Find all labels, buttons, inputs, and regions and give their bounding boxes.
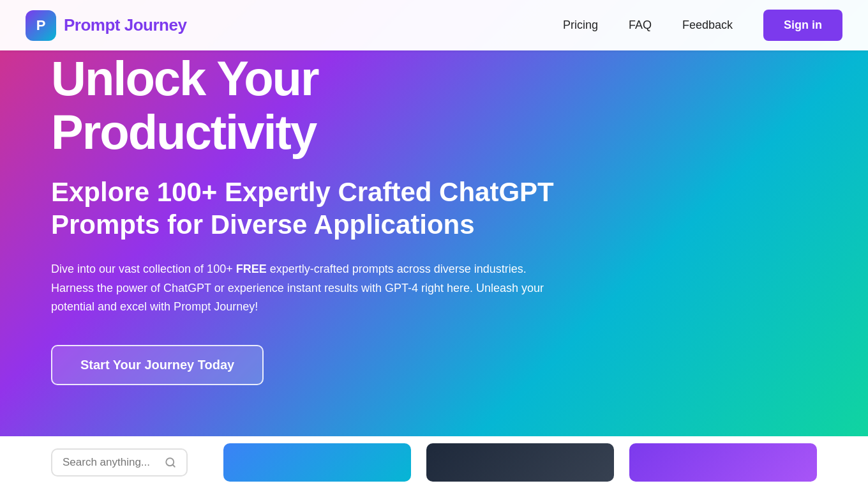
bottom-section bbox=[0, 436, 868, 488]
card-thumb-1 bbox=[223, 443, 411, 482]
nav-links: Pricing FAQ Feedback Sign in bbox=[563, 10, 842, 41]
search-container[interactable] bbox=[51, 448, 188, 477]
hero-title: Unlock Your Productivity bbox=[51, 52, 562, 158]
logo-text-regular: Prompt bbox=[64, 15, 124, 34]
hero-body-part1: Dive into our vast collection of 100+ bbox=[51, 263, 236, 275]
card-thumb-2 bbox=[426, 443, 614, 482]
hero-section: Unlock Your Productivity Explore 100+ Ex… bbox=[0, 0, 868, 436]
logo-symbol: P bbox=[36, 17, 46, 34]
card-row bbox=[223, 443, 817, 482]
card-thumb-3 bbox=[629, 443, 817, 482]
nav-link-faq[interactable]: FAQ bbox=[629, 19, 652, 32]
sign-in-button[interactable]: Sign in bbox=[763, 10, 842, 41]
search-input[interactable] bbox=[63, 456, 158, 469]
hero-body: Dive into our vast collection of 100+ FR… bbox=[51, 260, 562, 317]
navbar: P Prompt Journey Pricing FAQ Feedback Si… bbox=[0, 0, 868, 50]
nav-link-feedback[interactable]: Feedback bbox=[682, 19, 733, 32]
logo-icon: P bbox=[26, 10, 56, 41]
nav-link-pricing[interactable]: Pricing bbox=[563, 19, 598, 32]
svg-line-1 bbox=[172, 464, 174, 466]
hero-content: Unlock Your Productivity Explore 100+ Ex… bbox=[0, 52, 613, 385]
logo-text-colored: Journey bbox=[124, 15, 187, 34]
search-icon bbox=[165, 457, 176, 468]
hero-subtitle: Explore 100+ Expertly Crafted ChatGPT Pr… bbox=[51, 176, 562, 241]
cta-button[interactable]: Start Your Journey Today bbox=[51, 345, 264, 385]
hero-body-free: FREE bbox=[236, 263, 267, 275]
logo-text: Prompt Journey bbox=[64, 15, 186, 35]
logo-area[interactable]: P Prompt Journey bbox=[26, 10, 186, 41]
